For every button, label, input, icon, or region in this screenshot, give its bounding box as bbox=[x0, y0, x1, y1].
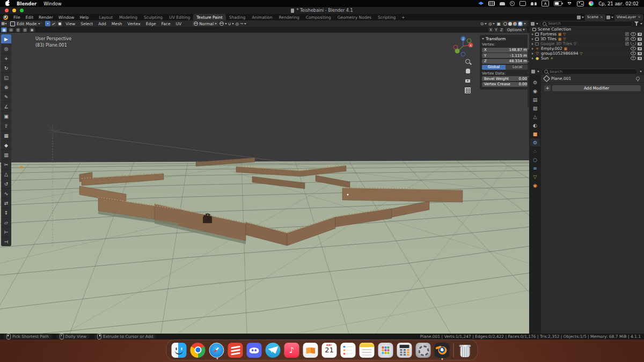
global-button[interactable]: Global bbox=[482, 65, 506, 70]
face-select-button[interactable] bbox=[57, 21, 62, 26]
transform-panel-header[interactable]: Transform bbox=[482, 36, 529, 41]
vertex-crease-field[interactable]: Vertex Crease0.00 bbox=[482, 82, 529, 87]
viewport-3d[interactable]: ▶ ◎ + ↻ ◱ ⊕ ✎ ∠ ▣ ⇧ ▦ ◆ ▥ ✂ △ ↺ ∿ ⇄ ↕ ▱ bbox=[0, 33, 529, 334]
outliner-search-input[interactable] bbox=[548, 21, 630, 26]
dock-system-settings[interactable] bbox=[416, 343, 431, 358]
tab-constraint-properties[interactable]: ≡ bbox=[530, 164, 540, 172]
tool-inset-button[interactable]: ▦ bbox=[1, 131, 11, 141]
expand-icon[interactable] bbox=[532, 48, 533, 50]
control-center-icon[interactable] bbox=[577, 1, 584, 6]
record-icon[interactable] bbox=[510, 1, 515, 6]
rendered-shading-button[interactable] bbox=[518, 22, 522, 26]
tab-particle-properties[interactable]: ∴ bbox=[530, 147, 540, 155]
checkbox-icon[interactable]: ✓ bbox=[625, 37, 629, 41]
dock-music[interactable]: ♪ bbox=[284, 343, 299, 358]
transform-orientation-selector[interactable]: Normal bbox=[192, 21, 218, 26]
mirror-x-toggle[interactable]: X bbox=[488, 27, 493, 32]
show-overlays-button[interactable]: ◎ bbox=[488, 21, 495, 26]
car-icon[interactable] bbox=[500, 2, 505, 5]
display-icon[interactable] bbox=[519, 1, 526, 6]
tool-rotate-button[interactable]: ↻ bbox=[1, 63, 11, 73]
outliner-row-empty-002[interactable]: + Empty.002 ▦ bbox=[529, 46, 644, 51]
tab-modifier-properties[interactable]: ⚙ bbox=[530, 138, 540, 146]
camera-icon[interactable] bbox=[638, 47, 642, 50]
dock-calculator[interactable] bbox=[397, 343, 412, 358]
menu-render[interactable]: Render bbox=[36, 15, 56, 20]
pin-icon[interactable] bbox=[636, 77, 640, 80]
keyboard-icon[interactable] bbox=[488, 1, 495, 6]
tool-bevel-button[interactable]: ◆ bbox=[1, 141, 11, 150]
users-icon[interactable] bbox=[531, 2, 537, 5]
tool-annotate-button[interactable]: ✎ bbox=[1, 92, 11, 102]
eye-closed-icon[interactable] bbox=[631, 42, 636, 46]
properties-editor-type-icon[interactable] bbox=[531, 70, 535, 73]
tab-output-properties[interactable]: ▤ bbox=[530, 95, 540, 104]
properties-search-input[interactable] bbox=[550, 70, 635, 74]
dock-calendar[interactable]: АВГ 21 bbox=[322, 343, 337, 358]
dock-todoist[interactable] bbox=[228, 343, 243, 358]
tool-measure-button[interactable]: ∠ bbox=[1, 102, 11, 112]
pivot-point-button[interactable] bbox=[219, 21, 227, 26]
tab-view[interactable]: View bbox=[528, 62, 529, 76]
edge-select-button[interactable] bbox=[51, 21, 56, 26]
outliner-row-fortress[interactable]: Fortress ▦ ▽ ✓ bbox=[529, 32, 644, 36]
camera-icon[interactable] bbox=[638, 42, 642, 46]
tool-knife-button[interactable]: ✂ bbox=[1, 160, 11, 169]
tool-rip-region-button[interactable]: ⊢ bbox=[1, 227, 11, 237]
eye-icon[interactable] bbox=[631, 32, 636, 36]
vertex-z-field[interactable]: Z48.334 m bbox=[482, 59, 529, 64]
tab-sculpting[interactable]: Sculpting bbox=[141, 14, 166, 20]
tab-material-properties[interactable]: ◉ bbox=[530, 181, 540, 189]
options-dropdown[interactable]: Options bbox=[505, 27, 527, 32]
tab-rendering[interactable]: Rendering bbox=[275, 14, 302, 20]
siri-icon[interactable] bbox=[589, 1, 594, 6]
learning-icon[interactable] bbox=[478, 2, 484, 5]
tab-compositing[interactable]: Compositing bbox=[303, 14, 334, 20]
outliner-row-sun[interactable]: ● Sun ☀ bbox=[529, 56, 644, 61]
dock-discord[interactable] bbox=[247, 343, 262, 358]
properties-search[interactable] bbox=[541, 69, 638, 75]
blender-logo-icon[interactable] bbox=[3, 15, 8, 20]
menu-vertex[interactable]: Vertex bbox=[126, 21, 143, 26]
menu-help[interactable]: Help bbox=[77, 15, 91, 20]
tab-render-properties[interactable]: ◉ bbox=[530, 87, 540, 95]
tool-scale-button[interactable]: ◱ bbox=[1, 73, 11, 83]
tool-add-cube-button[interactable]: ▣ bbox=[1, 112, 11, 121]
tool-shrink-fatten-button[interactable]: ↕ bbox=[1, 208, 11, 218]
tab-animation[interactable]: Animation bbox=[248, 14, 275, 20]
tab-world-properties[interactable]: ◐ bbox=[530, 121, 540, 129]
tool-rip-edge-button[interactable]: ⊣ bbox=[1, 237, 11, 246]
tool-transform-button[interactable]: ⊕ bbox=[1, 83, 11, 92]
vertex-select-button[interactable] bbox=[45, 21, 50, 26]
zoom-button[interactable] bbox=[464, 57, 472, 65]
active-object-name[interactable]: Plane.001 bbox=[551, 76, 571, 81]
outliner-row-scene-collection[interactable]: Scene Collection bbox=[529, 27, 644, 32]
vertex-x-field[interactable]: X148.87 m bbox=[482, 48, 529, 53]
tool-move-button[interactable]: + bbox=[1, 54, 11, 63]
add-modifier-button[interactable]: Add Modifier bbox=[552, 85, 641, 91]
tool-poly-build-button[interactable]: △ bbox=[1, 169, 11, 179]
plus-icon[interactable]: + bbox=[544, 85, 551, 91]
dock-trash[interactable] bbox=[458, 343, 473, 358]
bevel-weight-field[interactable]: Bevel Weight0.00 bbox=[482, 76, 529, 81]
menu-uv[interactable]: UV bbox=[174, 21, 184, 26]
checkbox-icon[interactable]: ✓ bbox=[625, 42, 629, 46]
dock-notes[interactable] bbox=[360, 343, 375, 358]
pan-button[interactable] bbox=[464, 67, 472, 75]
tool-option-icon-1[interactable]: ▤ bbox=[8, 27, 14, 32]
expand-icon[interactable] bbox=[532, 57, 533, 60]
app-menu[interactable]: Blender bbox=[17, 1, 36, 6]
ortho-toggle-button[interactable] bbox=[464, 86, 472, 94]
tool-edge-slide-button[interactable]: ⇄ bbox=[1, 198, 11, 208]
close-icon[interactable]: × bbox=[600, 15, 603, 19]
menubar-clock[interactable]: Ср, 21 авг. 02:02 bbox=[598, 1, 639, 6]
eye-icon[interactable] bbox=[631, 37, 636, 41]
tool-select-circle-button[interactable]: ◎ bbox=[1, 44, 11, 54]
expand-icon[interactable] bbox=[532, 33, 533, 35]
camera-icon[interactable] bbox=[638, 38, 642, 41]
menu-face[interactable]: Face bbox=[159, 21, 173, 26]
tab-layout[interactable]: Layout bbox=[96, 14, 116, 20]
checkbox-icon[interactable]: ✓ bbox=[625, 32, 629, 36]
outliner-row-3d-tiles[interactable]: 3D Tiles ▦ ▽ ✓ bbox=[529, 36, 644, 41]
chevron-down-icon[interactable] bbox=[611, 17, 613, 18]
